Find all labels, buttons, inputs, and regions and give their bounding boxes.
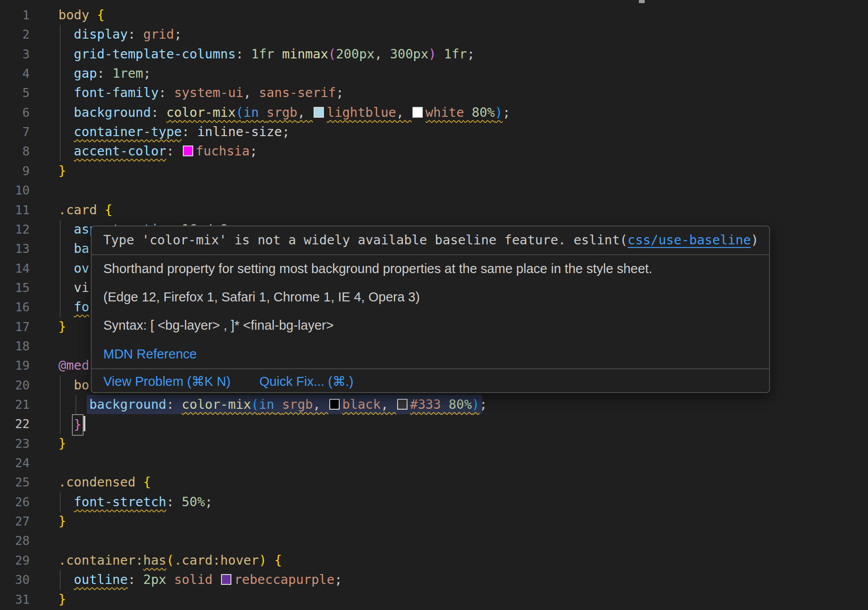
code-line-8: 8 accent-color: fuchsia; <box>0 141 868 161</box>
line-number-8[interactable]: 8 <box>0 141 30 161</box>
token: gap <box>74 66 97 81</box>
line-number-19[interactable]: 19 <box>0 356 30 375</box>
code-text[interactable]: fo <box>58 297 89 317</box>
code-text[interactable]: gap: 1rem; <box>58 64 151 83</box>
quick-fix-button[interactable]: Quick Fix... (⌘.) <box>259 374 353 389</box>
line-number-30[interactable]: 30 <box>0 570 30 589</box>
code-text[interactable]: .card { <box>58 200 112 220</box>
code-line-28: 28 <box>0 531 868 550</box>
code-text[interactable]: outline: 2px solid rebeccapurple; <box>58 570 342 589</box>
token <box>58 261 74 276</box>
line-number-11[interactable]: 11 <box>0 200 30 220</box>
token: system-ui <box>174 85 243 100</box>
line-number-18[interactable]: 18 <box>0 336 30 356</box>
token <box>58 572 74 587</box>
code-text[interactable]: grid-template-columns: 1fr minmax(200px,… <box>58 44 475 64</box>
token: , <box>244 85 259 100</box>
line-number-6[interactable]: 6 <box>0 103 30 122</box>
token: ; <box>143 66 151 81</box>
code-text[interactable]: } <box>58 434 66 453</box>
token <box>58 397 89 412</box>
code-text[interactable]: font-family: system-ui, sans-serif; <box>58 83 344 102</box>
doc-syntax: Syntax: [ <bg-layer> , ]* <final-bg-laye… <box>103 316 760 334</box>
code-text[interactable]: accent-color: fuchsia; <box>58 141 257 161</box>
line-number-21[interactable]: 21 <box>0 395 30 414</box>
token <box>266 553 274 568</box>
token <box>58 222 74 237</box>
code-text[interactable]: .condensed { <box>58 473 151 492</box>
code-text[interactable]: } <box>58 317 66 336</box>
token: , <box>313 397 328 412</box>
line-number-27[interactable]: 27 <box>0 512 30 531</box>
token: ; <box>205 495 213 509</box>
line-number-28[interactable]: 28 <box>0 531 30 550</box>
code-line-22: 22 } <box>0 414 868 433</box>
view-problem-button[interactable]: View Problem (⌘K N) <box>103 374 230 389</box>
line-number-31[interactable]: 31 <box>0 590 30 609</box>
token: accent-color <box>74 144 166 159</box>
line-number-12[interactable]: 12 <box>0 220 30 239</box>
line-number-10[interactable]: 10 <box>0 181 30 200</box>
code-text[interactable]: display: grid; <box>58 25 182 44</box>
code-text[interactable]: .container:has(.card:hover) { <box>58 551 282 570</box>
token: black <box>342 397 381 412</box>
code-text[interactable]: container-type: inline-size; <box>58 122 290 141</box>
token: srgb <box>266 105 297 120</box>
hover-highlight-range: background: color-mix(in srgb, black, #3… <box>87 395 483 414</box>
line-number-14[interactable]: 14 <box>0 259 30 278</box>
token: display <box>74 27 128 42</box>
line-number-29[interactable]: 29 <box>0 551 30 570</box>
line-number-7[interactable]: 7 <box>0 122 30 141</box>
line-number-3[interactable]: 3 <box>0 44 30 64</box>
code-text[interactable]: vi <box>58 278 89 297</box>
token <box>58 27 74 42</box>
line-number-13[interactable]: 13 <box>0 239 30 258</box>
code-line-7: 7 container-type: inline-size; <box>0 122 868 141</box>
token: ) <box>429 47 436 62</box>
code-text[interactable]: ba <box>58 239 89 258</box>
token: 1fr <box>251 47 282 62</box>
line-number-20[interactable]: 20 <box>0 376 30 395</box>
line-number-15[interactable]: 15 <box>0 278 30 297</box>
code-line-24: 24 <box>0 453 868 473</box>
code-text[interactable]: @med <box>58 356 89 375</box>
code-text[interactable]: } <box>58 590 66 609</box>
line-number-9[interactable]: 9 <box>0 161 30 181</box>
eslint-rule-link[interactable]: css/use-baseline <box>628 233 751 248</box>
color-swatch-#333[interactable] <box>397 399 407 410</box>
line-number-23[interactable]: 23 <box>0 434 30 453</box>
line-number-24[interactable]: 24 <box>0 453 30 473</box>
token: ) <box>259 553 266 568</box>
color-swatch-fuchsia[interactable] <box>183 146 193 156</box>
code-line-9: 9} <box>0 161 868 181</box>
color-swatch-black[interactable] <box>329 399 340 410</box>
color-swatch-rebeccapurple[interactable] <box>221 574 231 585</box>
code-text[interactable]: body { <box>58 5 105 25</box>
line-number-26[interactable]: 26 <box>0 492 30 512</box>
clipped-text-artifact <box>639 0 645 3</box>
code-text[interactable]: } <box>58 414 85 435</box>
code-text[interactable]: background: color-mix(in srgb, lightblue… <box>58 103 510 122</box>
tooltip-actions: View Problem (⌘K N) Quick Fix... (⌘.) <box>103 370 760 393</box>
line-number-17[interactable]: 17 <box>0 317 30 336</box>
token: in <box>244 105 259 120</box>
token: } <box>58 319 66 334</box>
token: color-mix <box>182 397 251 412</box>
line-number-1[interactable]: 1 <box>0 5 30 25</box>
color-swatch-white[interactable] <box>412 107 423 118</box>
line-number-5[interactable]: 5 <box>0 83 30 102</box>
line-number-22[interactable]: 22 <box>0 414 30 433</box>
code-text[interactable]: } <box>58 512 66 531</box>
line-number-16[interactable]: 16 <box>0 297 30 317</box>
line-number-4[interactable]: 4 <box>0 64 30 83</box>
line-number-2[interactable]: 2 <box>0 25 30 44</box>
code-text[interactable]: ov <box>58 259 89 278</box>
line-number-25[interactable]: 25 <box>0 473 30 492</box>
color-swatch-lightblue[interactable] <box>314 107 324 118</box>
code-text[interactable]: bo <box>58 376 89 395</box>
code-text[interactable]: background: color-mix(in srgb, black, #3… <box>58 395 487 414</box>
code-text[interactable]: } <box>58 161 66 181</box>
token: ba <box>74 241 89 256</box>
code-text[interactable]: font-stretch: 50%; <box>58 492 213 512</box>
mdn-reference-link[interactable]: MDN Reference <box>103 345 760 363</box>
